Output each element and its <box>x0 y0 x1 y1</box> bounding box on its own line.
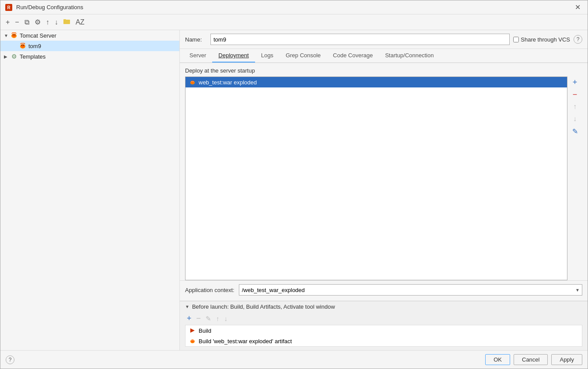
bl-item-artifact-label: Build 'web_test:war exploded' artifact <box>199 338 292 345</box>
help-button[interactable]: ? <box>574 35 582 44</box>
svg-text:R: R <box>7 5 10 10</box>
share-vcs-container: Share through VCS <box>513 36 570 43</box>
settings-button[interactable]: ⚙ <box>33 17 42 27</box>
svg-point-5 <box>12 34 16 37</box>
bl-item-artifact[interactable]: Build 'web_test:war exploded' artifact <box>186 336 582 346</box>
svg-point-13 <box>191 81 194 84</box>
dialog-footer: ? OK Cancel Apply <box>0 350 588 369</box>
templates-label: Templates <box>20 53 46 60</box>
cancel-button[interactable]: Cancel <box>514 354 548 365</box>
footer-help-button[interactable]: ? <box>6 355 14 364</box>
tomcat-icon <box>10 31 18 39</box>
tomcat-server-group[interactable]: ▼ Tomcat Server <box>0 30 179 41</box>
app-context-select[interactable]: /web_test_war_exploded <box>239 284 582 296</box>
bl-move-up-button[interactable]: ↑ <box>214 314 221 323</box>
app-icon: R <box>5 3 13 11</box>
bl-remove-button[interactable]: − <box>195 313 203 324</box>
app-context-label: Application context: <box>185 287 234 293</box>
deploy-item[interactable]: web_test:war exploded <box>186 77 567 87</box>
before-launch-title: Before launch: Build, Build Artifacts, A… <box>192 303 335 310</box>
copy-configuration-button[interactable]: ⧉ <box>23 17 31 27</box>
deploy-item-icon <box>189 79 196 86</box>
templates-group[interactable]: ▶ ⚙ Templates <box>0 51 179 62</box>
remove-configuration-button[interactable]: − <box>13 17 21 27</box>
bl-item-build-label: Build <box>199 327 211 334</box>
tab-deployment[interactable]: Deployment <box>212 49 255 63</box>
svg-point-14 <box>192 81 192 82</box>
bl-move-down-button[interactable]: ↓ <box>223 314 230 323</box>
add-configuration-button[interactable]: + <box>4 17 11 27</box>
tomcat-server-label: Tomcat Server <box>20 32 56 39</box>
deploy-item-label: web_test:war exploded <box>199 79 257 86</box>
deploy-remove-button[interactable]: − <box>569 89 581 100</box>
before-launch-section: ▼ Before launch: Build, Build Artifacts,… <box>180 301 588 350</box>
templates-arrow: ▶ <box>4 54 10 59</box>
tabs-bar: Server Deployment Logs Grep Console Code… <box>180 49 588 63</box>
move-down-button[interactable]: ↓ <box>53 17 60 27</box>
share-vcs-checkbox[interactable] <box>513 37 519 42</box>
tab-grep-console[interactable]: Grep Console <box>280 49 327 63</box>
move-up-button[interactable]: ↑ <box>44 17 51 27</box>
deploy-list: web_test:war exploded <box>185 77 567 280</box>
dialog-title: Run/Debug Configurations <box>16 4 83 10</box>
svg-point-19 <box>192 340 192 341</box>
deploy-move-down-button[interactable]: ↓ <box>569 113 581 125</box>
before-launch-header[interactable]: ▼ Before launch: Build, Build Artifacts,… <box>180 301 588 312</box>
svg-point-15 <box>193 81 194 82</box>
svg-point-6 <box>13 35 14 35</box>
ok-button[interactable]: OK <box>485 354 510 365</box>
tab-server[interactable]: Server <box>183 49 212 63</box>
expand-arrow: ▼ <box>4 33 10 38</box>
share-vcs-label: Share through VCS <box>521 36 570 43</box>
before-launch-list: Build Build 'web_tes <box>185 325 582 347</box>
apply-button[interactable]: Apply <box>551 354 582 365</box>
tom9-icon <box>19 42 27 50</box>
tom9-config-item[interactable]: ▶ tom9 <box>0 41 179 51</box>
name-input[interactable] <box>210 34 510 45</box>
tab-startup-connection[interactable]: Startup/Connection <box>379 49 440 63</box>
svg-point-20 <box>193 340 194 341</box>
bl-build-icon <box>189 327 196 334</box>
deploy-add-button[interactable]: + <box>569 77 581 88</box>
app-context-wrapper: /web_test_war_exploded ▼ <box>239 284 582 296</box>
svg-point-9 <box>21 44 24 48</box>
deploy-list-side-buttons: + − ↑ ↓ ✎ <box>567 77 582 280</box>
deploy-section-label: Deploy at the server startup <box>185 67 582 74</box>
deploy-edit-button[interactable]: ✎ <box>569 125 581 137</box>
before-launch-arrow: ▼ <box>185 304 189 309</box>
bl-add-button[interactable]: + <box>185 313 193 324</box>
configuration-tree: ▼ Tomcat Server ▶ <box>0 30 180 350</box>
deploy-move-up-button[interactable]: ↑ <box>569 101 581 112</box>
svg-point-18 <box>191 340 194 343</box>
close-button[interactable]: ✕ <box>572 2 583 12</box>
svg-point-10 <box>21 45 22 46</box>
tom9-label: tom9 <box>28 43 41 49</box>
open-folder-button[interactable] <box>62 17 72 27</box>
svg-marker-16 <box>190 328 195 333</box>
sort-button[interactable]: AZ <box>74 17 86 27</box>
tab-code-coverage[interactable]: Code Coverage <box>327 49 379 63</box>
svg-rect-3 <box>63 19 66 21</box>
deployment-tab-content: Deploy at the server startup <box>180 63 588 350</box>
svg-point-11 <box>23 45 24 46</box>
bl-edit-button[interactable]: ✎ <box>204 314 213 324</box>
bl-item-build[interactable]: Build <box>186 325 582 336</box>
bl-artifact-icon <box>189 338 196 345</box>
before-launch-toolbar: + − ✎ ↑ ↓ <box>180 312 588 325</box>
templates-icon: ⚙ <box>10 52 18 60</box>
name-label: Name: <box>185 36 207 43</box>
folder-icon <box>63 18 70 24</box>
tab-logs[interactable]: Logs <box>255 49 280 63</box>
svg-point-7 <box>14 35 15 35</box>
